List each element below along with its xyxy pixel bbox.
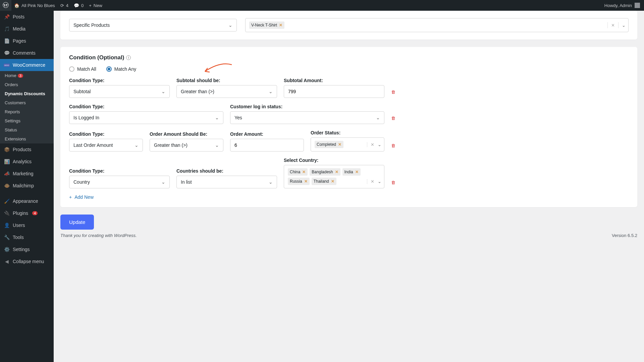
chevron-down-icon: ⌄ bbox=[269, 89, 273, 94]
field-label: Customer log in status: bbox=[230, 104, 384, 109]
field-label: Condition Type: bbox=[69, 168, 170, 174]
updates-count: 4 bbox=[66, 3, 68, 8]
chevron-down-icon: ⌄ bbox=[161, 179, 165, 185]
footer-version: Version 6.5.2 bbox=[612, 233, 637, 238]
user-icon: 👤 bbox=[3, 222, 10, 229]
add-new-button[interactable]: +Add New bbox=[69, 194, 629, 200]
clear-all-icon[interactable]: ✕ bbox=[611, 23, 615, 28]
comments-count: 0 bbox=[81, 3, 84, 8]
wp-logo[interactable] bbox=[0, 0, 11, 11]
admin-bar: 🏠All Pink No Blues ⟳4 💬0 +New Howdy, Adm… bbox=[0, 0, 644, 11]
update-button[interactable]: Update bbox=[60, 215, 94, 230]
order-amount-input[interactable] bbox=[230, 139, 304, 152]
submenu-dynamic-discounts[interactable]: Dynamic Discounts bbox=[0, 89, 54, 98]
countries-operator-select[interactable]: In list⌄ bbox=[176, 176, 277, 188]
menu-mailchimp[interactable]: 🐵Mailchimp bbox=[0, 180, 54, 192]
field-label: Subtotal should be: bbox=[176, 78, 277, 83]
admin-sidebar: 📌Posts 🎵Media 📄Pages 💬Comments wooWooCom… bbox=[0, 11, 54, 248]
howdy-text: Howdy, Admin bbox=[604, 3, 632, 8]
menu-tools[interactable]: 🔧Tools bbox=[0, 231, 54, 243]
menu-settings[interactable]: ⚙️Settings bbox=[0, 243, 54, 248]
menu-pages[interactable]: 📄Pages bbox=[0, 35, 54, 47]
submenu-extensions[interactable]: Extensions bbox=[0, 134, 54, 143]
condition-type-select[interactable]: Country⌄ bbox=[69, 176, 170, 188]
conditions-card: Condition (Optional)i Match All Match An… bbox=[60, 47, 637, 207]
remove-tag-icon[interactable]: ✕ bbox=[338, 142, 341, 147]
country-tag: Thailand✕ bbox=[312, 178, 336, 185]
remove-tag-icon[interactable]: ✕ bbox=[304, 179, 308, 184]
field-label: Countries should be: bbox=[176, 168, 277, 174]
product-scope-select[interactable]: Specific Products ⌄ bbox=[69, 19, 237, 32]
submenu-status[interactable]: Status bbox=[0, 125, 54, 134]
remove-tag-icon[interactable]: ✕ bbox=[335, 170, 338, 174]
order-status-tags[interactable]: Completed✕ ✕⌄ bbox=[311, 137, 384, 152]
svg-point-0 bbox=[3, 2, 8, 7]
menu-comments[interactable]: 💬Comments bbox=[0, 47, 54, 59]
woocommerce-submenu: Home3 Orders Dynamic Discounts Customers… bbox=[0, 71, 54, 143]
subtotal-amount-input[interactable] bbox=[284, 85, 384, 98]
info-icon[interactable]: i bbox=[126, 55, 131, 60]
menu-products[interactable]: 📦Products bbox=[0, 143, 54, 156]
clear-all-icon[interactable]: ✕ bbox=[371, 179, 374, 184]
updates-link[interactable]: ⟳4 bbox=[58, 0, 71, 11]
chevron-down-icon: ⌄ bbox=[269, 179, 273, 185]
account-menu[interactable]: Howdy, Admin bbox=[600, 3, 644, 8]
condition-type-select[interactable]: Subtotal⌄ bbox=[69, 85, 170, 98]
submenu-home[interactable]: Home3 bbox=[0, 71, 54, 80]
country-tag: Russia✕ bbox=[288, 178, 310, 185]
field-label: Order Status: bbox=[311, 130, 384, 135]
status-tag: Completed✕ bbox=[315, 141, 343, 148]
footer-thanks: Thank you for creating with WordPress. bbox=[60, 233, 137, 238]
delete-row-icon[interactable]: 🗑 bbox=[391, 143, 395, 152]
chevron-down-icon[interactable]: ⌄ bbox=[622, 23, 626, 28]
condition-type-select[interactable]: Is Logged In⌄ bbox=[69, 111, 223, 124]
remove-tag-icon[interactable]: ✕ bbox=[279, 23, 282, 27]
condition-row: Condition Type:Subtotal⌄ Subtotal should… bbox=[69, 78, 629, 98]
submenu-settings[interactable]: Settings bbox=[0, 116, 54, 125]
comment-icon: 💬 bbox=[74, 3, 79, 8]
condition-type-select[interactable]: Last Order Amount⌄ bbox=[69, 139, 143, 152]
chevron-down-icon: ⌄ bbox=[161, 89, 165, 94]
menu-analytics[interactable]: 📊Analytics bbox=[0, 156, 54, 168]
chevron-down-icon: ⌄ bbox=[215, 115, 219, 120]
new-link[interactable]: +New bbox=[86, 0, 105, 11]
chevron-down-icon: ⌄ bbox=[215, 142, 219, 148]
subtotal-operator-select[interactable]: Greater than (>)⌄ bbox=[176, 85, 277, 98]
home-icon: 🏠 bbox=[14, 3, 19, 8]
menu-marketing[interactable]: 📣Marketing bbox=[0, 168, 54, 180]
remove-tag-icon[interactable]: ✕ bbox=[302, 170, 306, 174]
site-name: All Pink No Blues bbox=[21, 3, 55, 8]
comments-link[interactable]: 💬0 bbox=[71, 0, 86, 11]
chevron-down-icon[interactable]: ⌄ bbox=[378, 179, 381, 184]
delete-row-icon[interactable]: 🗑 bbox=[391, 180, 395, 188]
menu-posts[interactable]: 📌Posts bbox=[0, 11, 54, 23]
site-link[interactable]: 🏠All Pink No Blues bbox=[11, 0, 58, 11]
submenu-customers[interactable]: Customers bbox=[0, 98, 54, 107]
menu-media[interactable]: 🎵Media bbox=[0, 23, 54, 35]
clear-all-icon[interactable]: ✕ bbox=[371, 142, 374, 147]
radio-match-any[interactable]: Match Any bbox=[106, 66, 136, 72]
menu-woocommerce[interactable]: wooWooCommerce bbox=[0, 59, 54, 71]
menu-users[interactable]: 👤Users bbox=[0, 219, 54, 231]
login-status-select[interactable]: Yes⌄ bbox=[230, 111, 384, 124]
footer: Thank you for creating with WordPress. V… bbox=[60, 230, 637, 241]
order-amount-operator-select[interactable]: Greater than (>)⌄ bbox=[150, 139, 223, 152]
remove-tag-icon[interactable]: ✕ bbox=[331, 179, 334, 184]
field-label: Subtotal Amount: bbox=[284, 78, 384, 83]
remove-tag-icon[interactable]: ✕ bbox=[355, 170, 359, 174]
submenu-orders[interactable]: Orders bbox=[0, 80, 54, 89]
annotation-arrow-icon bbox=[203, 63, 233, 73]
product-tags[interactable]: V-Neck T-Shirt✕ ✕⌄ bbox=[245, 18, 629, 32]
submenu-reports[interactable]: Reports bbox=[0, 107, 54, 116]
radio-match-all[interactable]: Match All bbox=[69, 66, 96, 72]
country-tags[interactable]: China✕ Bangladesh✕ India✕ Russia✕ Thaila… bbox=[284, 165, 384, 188]
menu-appearance[interactable]: 🖌️Appearance bbox=[0, 195, 54, 207]
comment-icon: 💬 bbox=[3, 50, 10, 56]
menu-plugins[interactable]: 🔌Plugins4 bbox=[0, 207, 54, 219]
delete-row-icon[interactable]: 🗑 bbox=[391, 89, 395, 98]
megaphone-icon: 📣 bbox=[3, 170, 10, 177]
field-label: Condition Type: bbox=[69, 131, 143, 137]
brush-icon: 🖌️ bbox=[3, 198, 10, 204]
chevron-down-icon[interactable]: ⌄ bbox=[378, 142, 381, 147]
delete-row-icon[interactable]: 🗑 bbox=[391, 116, 395, 124]
